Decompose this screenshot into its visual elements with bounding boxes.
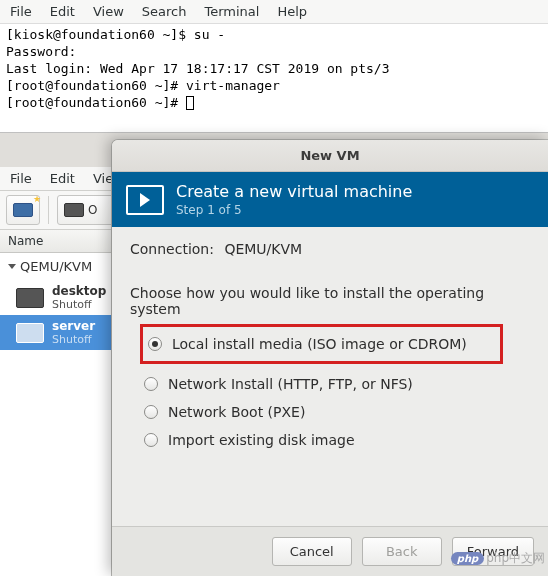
vmm-menu-edit[interactable]: Edit xyxy=(50,171,75,186)
terminal-menubar: File Edit View Search Terminal Help xyxy=(0,0,548,24)
dialog-step: Step 1 of 5 xyxy=(176,203,412,217)
monitor-icon xyxy=(13,203,33,217)
radio-icon xyxy=(148,337,162,351)
cancel-button[interactable]: Cancel xyxy=(272,537,352,566)
connection-name: QEMU/KVM xyxy=(20,259,92,274)
vm-name: desktop xyxy=(52,284,106,298)
new-vm-dialog: New VM Create a new virtual machine Step… xyxy=(112,140,548,576)
dialog-title: New VM xyxy=(300,148,359,163)
radio-network-boot[interactable]: Network Boot (PXE) xyxy=(140,398,530,426)
connection-label: Connection: xyxy=(130,241,214,257)
connection-value: QEMU/KVM xyxy=(224,241,302,257)
monitor-off-icon xyxy=(64,203,84,217)
dialog-header: Create a new virtual machine Step 1 of 5 xyxy=(112,172,548,227)
vm-icon xyxy=(16,288,44,308)
vm-icon xyxy=(16,323,44,343)
vm-status: Shutoff xyxy=(52,333,95,346)
back-button[interactable]: Back xyxy=(362,537,442,566)
vmm-menu-file[interactable]: File xyxy=(10,171,32,186)
choose-install-label: Choose how you would like to install the… xyxy=(130,285,530,317)
play-icon xyxy=(140,193,150,207)
php-badge-icon: php xyxy=(451,552,484,565)
vm-status: Shutoff xyxy=(52,298,106,311)
radio-label: Import existing disk image xyxy=(168,432,355,448)
highlighted-option: Local install media (ISO image or CDROM) xyxy=(140,324,503,364)
vmm-menu-view[interactable]: Vie xyxy=(93,171,113,186)
terminal-menu-view[interactable]: View xyxy=(93,4,124,19)
vm-name: server xyxy=(52,319,95,333)
radio-icon xyxy=(144,433,158,447)
radio-icon xyxy=(144,377,158,391)
radio-label: Local install media (ISO image or CDROM) xyxy=(172,336,467,352)
new-star-icon: ★ xyxy=(33,194,41,204)
radio-icon xyxy=(144,405,158,419)
terminal-menu-search[interactable]: Search xyxy=(142,4,187,19)
toolbar-separator xyxy=(48,196,49,224)
watermark: php php中文网 xyxy=(451,550,545,567)
radio-network-install[interactable]: Network Install (HTTP, FTP, or NFS) xyxy=(140,370,530,398)
terminal-menu-help[interactable]: Help xyxy=(277,4,307,19)
dialog-body: Connection: QEMU/KVM Choose how you woul… xyxy=(112,227,548,526)
terminal-menu-edit[interactable]: Edit xyxy=(50,4,75,19)
radio-label: Network Install (HTTP, FTP, or NFS) xyxy=(168,376,413,392)
watermark-text: php中文网 xyxy=(486,550,545,567)
install-method-group: Local install media (ISO image or CDROM)… xyxy=(130,324,530,454)
terminal-cursor xyxy=(186,96,194,110)
radio-local-install[interactable]: Local install media (ISO image or CDROM) xyxy=(144,330,492,358)
create-vm-icon xyxy=(126,185,164,215)
dialog-heading: Create a new virtual machine xyxy=(176,182,412,201)
vm-column-name: Name xyxy=(8,234,43,248)
chevron-down-icon xyxy=(8,264,16,269)
terminal-output[interactable]: [kiosk@foundation60 ~]$ su - Password: L… xyxy=(0,24,548,113)
dialog-titlebar[interactable]: New VM xyxy=(112,140,548,172)
new-vm-button[interactable]: ★ xyxy=(6,195,40,225)
radio-label: Network Boot (PXE) xyxy=(168,404,305,420)
terminal-menu-file[interactable]: File xyxy=(10,4,32,19)
terminal-menu-terminal[interactable]: Terminal xyxy=(204,4,259,19)
radio-import-disk[interactable]: Import existing disk image xyxy=(140,426,530,454)
